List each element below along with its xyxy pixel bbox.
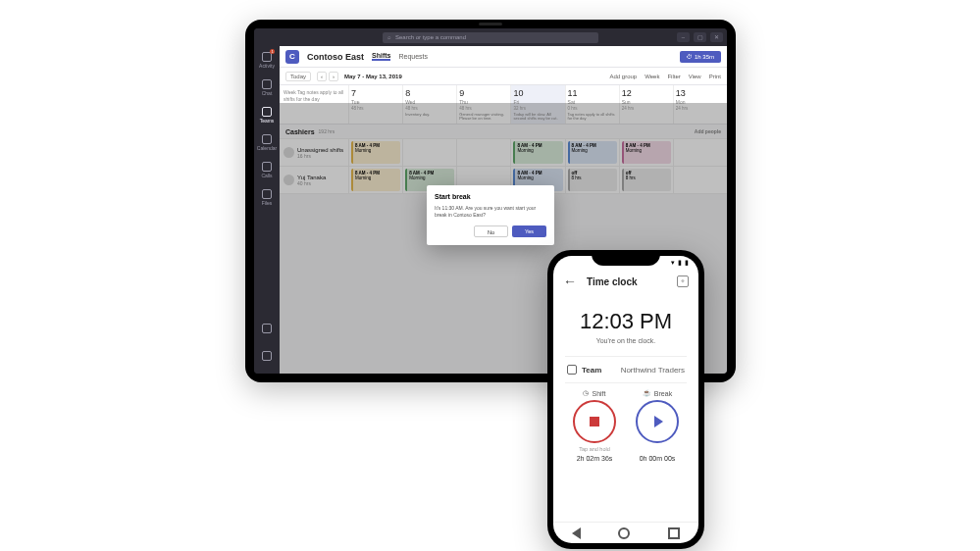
tab-shifts[interactable]: Shifts: [372, 52, 390, 61]
search-icon: ⌕: [387, 34, 391, 40]
team-avatar: C: [285, 50, 299, 64]
phone-title: Time clock: [587, 276, 638, 287]
help-icon: [262, 351, 272, 361]
day-number: 8: [405, 88, 454, 98]
nav-recent[interactable]: [668, 527, 680, 539]
today-button[interactable]: Today: [285, 72, 311, 81]
date-range[interactable]: May 7 - May 13, 2019: [344, 74, 402, 79]
clock-icon: ◷: [583, 389, 589, 397]
clock-actions: ◷Shift Tap and hold 2h 02m 36s ☕Break 0h…: [553, 383, 698, 464]
start-break-dialog: Start break It's 11:30 AM. Are you sure …: [427, 185, 554, 245]
filter-button[interactable]: Filter: [667, 74, 680, 79]
rail-files[interactable]: Files: [258, 187, 276, 207]
teams-icon: [262, 107, 272, 117]
back-button[interactable]: ←: [563, 274, 577, 289]
team-name: Contoso East: [307, 52, 364, 62]
location-icon[interactable]: ⌖: [677, 276, 689, 287]
print-button[interactable]: Print: [709, 74, 721, 79]
clock-subtitle: You're on the clock.: [553, 337, 698, 344]
current-time: 12:03 PM: [553, 309, 698, 334]
break-column: ☕Break 0h 00m 00s: [628, 389, 687, 462]
signal-icon: ▮: [678, 259, 682, 267]
day-number: 13: [676, 88, 725, 98]
day-number: 10: [513, 88, 562, 98]
break-label: ☕Break: [643, 389, 672, 397]
shift-hint: Tap and hold: [579, 446, 610, 452]
window-titlebar: ⌕ Search or type a command – ▢ ✕: [254, 28, 727, 46]
next-week-button[interactable]: ›: [329, 72, 338, 81]
team-label: Team: [582, 366, 601, 375]
nav-home[interactable]: [618, 527, 630, 539]
rail-teams[interactable]: Teams: [258, 105, 276, 125]
dialog-body: It's 11:30 AM. Are you sure you want sta…: [435, 205, 546, 218]
day-number: 11: [568, 88, 617, 98]
rail-calendar[interactable]: Calendar: [258, 132, 276, 152]
maximize-button[interactable]: ▢: [694, 32, 706, 42]
play-icon: [654, 416, 663, 427]
view-button[interactable]: View: [689, 74, 701, 79]
dialog-yes-button[interactable]: Yes: [512, 225, 546, 237]
rail-activity[interactable]: 1 Activity: [258, 50, 276, 70]
add-group-button[interactable]: Add group: [609, 74, 637, 79]
phone-header: ← Time clock ⌖: [553, 270, 698, 293]
day-number: 12: [622, 88, 671, 98]
clock-pill[interactable]: ⏱ 1h 35m: [680, 51, 721, 63]
break-duration: 0h 00m 00s: [640, 455, 676, 462]
rail-help[interactable]: [258, 346, 276, 366]
tab-requests[interactable]: Requests: [398, 53, 428, 60]
search-placeholder: Search or type a command: [395, 34, 466, 40]
view-week-button[interactable]: Week: [645, 74, 659, 79]
day-number: 7: [351, 88, 400, 98]
phone-icon: [262, 162, 272, 172]
file-icon: [262, 189, 272, 199]
rail-chat[interactable]: Chat: [258, 77, 276, 97]
clock-display: 12:03 PM You're on the clock.: [553, 293, 698, 356]
app-rail: 1 Activity Chat Teams Calendar Calls Fil…: [254, 46, 280, 374]
break-start-button[interactable]: [636, 400, 679, 443]
team-icon: [567, 365, 577, 375]
minimize-button[interactable]: –: [677, 32, 690, 42]
timeclock-app: ▾ ▮ ▮ ← Time clock ⌖ 12:03 PM You're on …: [553, 256, 698, 543]
rail-calls[interactable]: Calls: [258, 160, 276, 179]
shift-column: ◷Shift Tap and hold 2h 02m 36s: [565, 389, 624, 462]
team-value: Northwind Traders: [621, 366, 685, 375]
chat-icon: [262, 79, 272, 89]
android-navbar: [553, 522, 698, 543]
day-number: 9: [459, 88, 508, 98]
prev-week-button[interactable]: ‹: [317, 72, 327, 81]
wifi-icon: ▾: [671, 259, 675, 267]
battery-icon: ▮: [685, 259, 689, 267]
calendar-icon: [262, 134, 272, 144]
coffee-icon: ☕: [643, 389, 651, 397]
dialog-title: Start break: [435, 193, 546, 200]
team-header: C Contoso East Shifts Requests ⏱ 1h 35m: [280, 46, 727, 68]
shift-duration: 2h 02m 36s: [577, 455, 613, 462]
dialog-no-button[interactable]: No: [474, 225, 508, 237]
team-row[interactable]: Team Northwind Traders: [553, 357, 698, 382]
search-box[interactable]: ⌕ Search or type a command: [383, 32, 598, 43]
phone-device: ▾ ▮ ▮ ← Time clock ⌖ 12:03 PM You're on …: [547, 250, 704, 549]
shift-stop-button[interactable]: [573, 400, 616, 443]
break-hint: [656, 446, 658, 452]
phone-notch: [592, 250, 660, 266]
tablet-camera: [479, 23, 502, 25]
stop-icon: [590, 417, 599, 426]
schedule-toolbar: Today ‹ › May 7 - May 13, 2019 Add group…: [280, 68, 727, 85]
apps-icon: [262, 324, 272, 333]
nav-back[interactable]: [572, 527, 581, 539]
close-button[interactable]: ✕: [710, 32, 723, 42]
activity-badge: 1: [270, 49, 275, 54]
shift-label: ◷Shift: [583, 389, 605, 397]
rail-apps[interactable]: [258, 319, 276, 338]
